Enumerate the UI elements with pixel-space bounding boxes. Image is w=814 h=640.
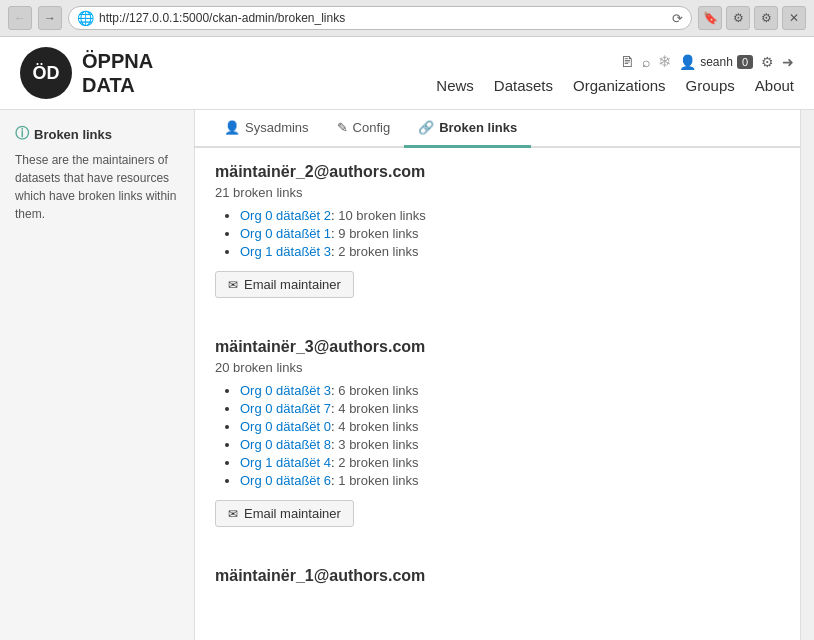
maintainer-section-1: mäintainër_3@authors.com 20 broken links… bbox=[215, 338, 780, 542]
broken-links-icon: 🔗 bbox=[418, 120, 434, 135]
address-bar[interactable]: 🌐 http://127.0.0.1:5000/ckan-admin/broke… bbox=[68, 6, 692, 30]
maintainer-email-1: mäintainër_3@authors.com bbox=[215, 338, 780, 356]
rss-icon[interactable]: ⌕ bbox=[642, 54, 650, 70]
list-item: Org 0 dätaßët 1: 9 broken links bbox=[240, 226, 780, 241]
list-item: Org 0 dätaßët 7: 4 broken links bbox=[240, 401, 780, 416]
config-icon: ✎ bbox=[337, 120, 348, 135]
sysadmins-icon: 👤 bbox=[224, 120, 240, 135]
dataset-link[interactable]: Org 0 dätaßët 1 bbox=[240, 226, 331, 241]
header-right: 🖹 ⌕ ❄ 👤 seanh 0 ⚙ ➜ News Datasets Organi… bbox=[436, 52, 794, 94]
globe-icon: 🌐 bbox=[77, 10, 94, 26]
nav-datasets[interactable]: Datasets bbox=[494, 77, 553, 94]
dataset-link[interactable]: Org 0 dätaßët 3 bbox=[240, 383, 331, 398]
maintainer-section-0: mäintainër_2@authors.com 21 broken links… bbox=[215, 163, 780, 313]
envelope-icon: ✉ bbox=[228, 278, 238, 292]
dataset-link[interactable]: Org 0 dätaßët 6 bbox=[240, 473, 331, 488]
page-icon[interactable]: 🖹 bbox=[620, 54, 634, 70]
forward-button[interactable]: → bbox=[38, 6, 62, 30]
list-item: Org 0 dätaßët 6: 1 broken links bbox=[240, 473, 780, 488]
dataset-link[interactable]: Org 0 dätaßët 2 bbox=[240, 208, 331, 223]
logo-text: ÖPPNA DATA bbox=[82, 49, 153, 97]
header-top-icons: 🖹 ⌕ ❄ 👤 seanh 0 ⚙ ➜ bbox=[620, 52, 794, 71]
dataset-link[interactable]: Org 0 dätaßët 8 bbox=[240, 437, 331, 452]
dataset-link[interactable]: Org 0 dätaßët 0 bbox=[240, 419, 331, 434]
bookmark-icon[interactable]: 🔖 bbox=[698, 6, 722, 30]
logo-circle: ÖD bbox=[20, 47, 72, 99]
main-content: 👤 Sysadmins ✎ Config 🔗 Broken links mäin… bbox=[195, 110, 800, 640]
close-icon[interactable]: ✕ bbox=[782, 6, 806, 30]
nav-organizations[interactable]: Organizations bbox=[573, 77, 666, 94]
sidebar-description: These are the maintainers of datasets th… bbox=[15, 151, 179, 223]
info-icon: ⓘ bbox=[15, 125, 29, 143]
list-item: Org 0 dätaßët 8: 3 broken links bbox=[240, 437, 780, 452]
email-maintainer-button-1[interactable]: ✉ Email maintainer bbox=[215, 500, 354, 527]
sidebar: ⓘ Broken links These are the maintainers… bbox=[0, 110, 195, 640]
tab-sysadmins[interactable]: 👤 Sysadmins bbox=[210, 110, 323, 148]
scrollbar[interactable] bbox=[800, 110, 814, 640]
maintainer-email-2: mäintainër_1@authors.com bbox=[215, 567, 780, 585]
logo-initials: ÖD bbox=[33, 63, 60, 84]
content-inner: mäintainër_2@authors.com 21 broken links… bbox=[195, 148, 800, 640]
browser-action-buttons: 🔖 ⚙ ⚙ ✕ bbox=[698, 6, 806, 30]
list-item: Org 1 dätaßët 3: 2 broken links bbox=[240, 244, 780, 259]
snowflake-icon: ❄ bbox=[658, 52, 671, 71]
tab-broken-links[interactable]: 🔗 Broken links bbox=[404, 110, 531, 148]
nav-groups[interactable]: Groups bbox=[686, 77, 735, 94]
logo-area: ÖD ÖPPNA DATA bbox=[20, 47, 153, 99]
extensions-icon[interactable]: ⚙ bbox=[726, 6, 750, 30]
broken-links-count-0: 21 broken links bbox=[215, 185, 780, 200]
gear-icon[interactable]: ⚙ bbox=[761, 54, 774, 70]
dataset-list-0: Org 0 dätaßët 2: 10 broken links Org 0 d… bbox=[215, 208, 780, 259]
url-text: http://127.0.0.1:5000/ckan-admin/broken_… bbox=[99, 11, 667, 25]
list-item: Org 0 dätaßët 3: 6 broken links bbox=[240, 383, 780, 398]
dataset-link[interactable]: Org 1 dätaßët 4 bbox=[240, 455, 331, 470]
tab-config[interactable]: ✎ Config bbox=[323, 110, 405, 148]
settings-icon[interactable]: ⚙ bbox=[754, 6, 778, 30]
refresh-icon[interactable]: ⟳ bbox=[672, 11, 683, 26]
nav-about[interactable]: About bbox=[755, 77, 794, 94]
signout-icon[interactable]: ➜ bbox=[782, 54, 794, 70]
dataset-list-1: Org 0 dätaßët 3: 6 broken links Org 0 dä… bbox=[215, 383, 780, 488]
list-item: Org 1 dätaßët 4: 2 broken links bbox=[240, 455, 780, 470]
email-maintainer-button-0[interactable]: ✉ Email maintainer bbox=[215, 271, 354, 298]
envelope-icon: ✉ bbox=[228, 507, 238, 521]
list-item: Org 0 dätaßët 0: 4 broken links bbox=[240, 419, 780, 434]
site-header: ÖD ÖPPNA DATA 🖹 ⌕ ❄ 👤 seanh 0 ⚙ ➜ News D… bbox=[0, 37, 814, 110]
back-button[interactable]: ← bbox=[8, 6, 32, 30]
sidebar-title: ⓘ Broken links bbox=[15, 125, 179, 143]
dataset-link[interactable]: Org 1 dätaßët 3 bbox=[240, 244, 331, 259]
list-item: Org 0 dätaßët 2: 10 broken links bbox=[240, 208, 780, 223]
user-area: 👤 seanh 0 bbox=[679, 54, 753, 70]
username[interactable]: seanh bbox=[700, 55, 733, 69]
nav-news[interactable]: News bbox=[436, 77, 474, 94]
dataset-link[interactable]: Org 0 dätaßët 7 bbox=[240, 401, 331, 416]
browser-chrome: ← → 🌐 http://127.0.0.1:5000/ckan-admin/b… bbox=[0, 0, 814, 37]
maintainer-email-0: mäintainër_2@authors.com bbox=[215, 163, 780, 181]
user-icon: 👤 bbox=[679, 54, 696, 70]
user-badge: 0 bbox=[737, 55, 753, 69]
broken-links-count-1: 20 broken links bbox=[215, 360, 780, 375]
maintainer-section-2: mäintainër_1@authors.com bbox=[215, 567, 780, 604]
main-nav: News Datasets Organizations Groups About bbox=[436, 77, 794, 94]
page-body: ⓘ Broken links These are the maintainers… bbox=[0, 110, 814, 640]
tabs-bar: 👤 Sysadmins ✎ Config 🔗 Broken links bbox=[195, 110, 800, 148]
